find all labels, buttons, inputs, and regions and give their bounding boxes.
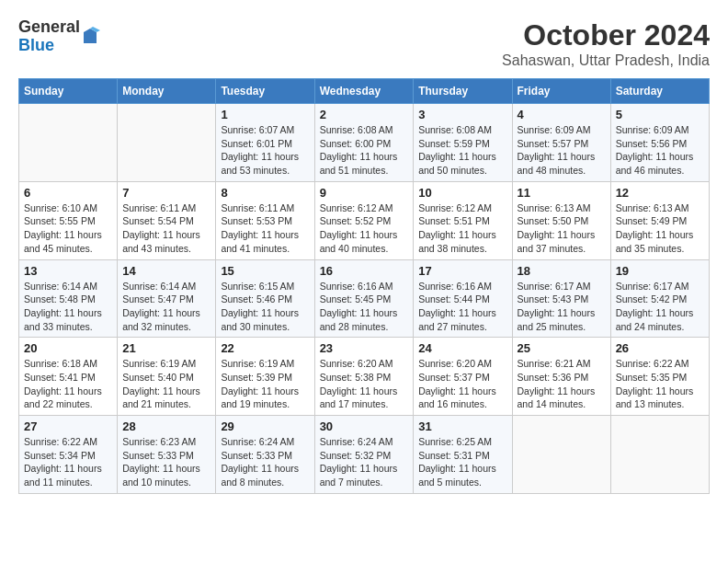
day-info: Sunrise: 6:10 AM Sunset: 5:55 PM Dayligh… xyxy=(24,201,112,256)
day-number: 21 xyxy=(122,341,210,355)
day-info: Sunrise: 6:18 AM Sunset: 5:41 PM Dayligh… xyxy=(24,357,112,411)
day-info: Sunrise: 6:17 AM Sunset: 5:43 PM Dayligh… xyxy=(518,280,606,334)
day-info: Sunrise: 6:08 AM Sunset: 6:00 PM Dayligh… xyxy=(320,123,409,178)
day-number: 3 xyxy=(418,108,506,121)
day-number: 23 xyxy=(320,341,409,355)
header-cell-wednesday: Wednesday xyxy=(314,79,414,104)
day-cell: 20Sunrise: 6:18 AM Sunset: 5:41 PM Dayli… xyxy=(19,338,118,416)
day-number: 19 xyxy=(616,264,704,278)
calendar-body: 1Sunrise: 6:07 AM Sunset: 6:01 PM Daylig… xyxy=(19,104,710,494)
day-cell: 26Sunrise: 6:22 AM Sunset: 5:35 PM Dayli… xyxy=(610,338,709,416)
page-title: October 2024 xyxy=(502,18,710,52)
day-cell xyxy=(610,416,709,494)
header-row: SundayMondayTuesdayWednesdayThursdayFrid… xyxy=(19,79,710,104)
day-cell: 31Sunrise: 6:25 AM Sunset: 5:31 PM Dayli… xyxy=(414,416,512,494)
day-cell: 22Sunrise: 6:19 AM Sunset: 5:39 PM Dayli… xyxy=(216,338,314,416)
header-cell-friday: Friday xyxy=(512,79,610,104)
week-row-3: 13Sunrise: 6:14 AM Sunset: 5:48 PM Dayli… xyxy=(19,259,710,338)
day-cell: 16Sunrise: 6:16 AM Sunset: 5:45 PM Dayli… xyxy=(314,259,414,338)
day-number: 27 xyxy=(24,419,112,433)
day-cell: 30Sunrise: 6:24 AM Sunset: 5:32 PM Dayli… xyxy=(314,416,414,494)
day-cell: 8Sunrise: 6:11 AM Sunset: 5:53 PM Daylig… xyxy=(216,181,314,259)
week-row-5: 27Sunrise: 6:22 AM Sunset: 5:34 PM Dayli… xyxy=(19,416,710,494)
page-subtitle: Sahaswan, Uttar Pradesh, India xyxy=(502,52,710,69)
day-cell: 24Sunrise: 6:20 AM Sunset: 5:37 PM Dayli… xyxy=(414,338,512,416)
day-cell xyxy=(19,104,118,182)
day-cell: 17Sunrise: 6:16 AM Sunset: 5:44 PM Dayli… xyxy=(414,259,512,338)
day-cell: 14Sunrise: 6:14 AM Sunset: 5:47 PM Dayli… xyxy=(118,259,216,338)
day-info: Sunrise: 6:15 AM Sunset: 5:46 PM Dayligh… xyxy=(221,280,309,334)
day-info: Sunrise: 6:13 AM Sunset: 5:50 PM Dayligh… xyxy=(518,201,606,256)
header-cell-tuesday: Tuesday xyxy=(216,79,314,104)
day-info: Sunrise: 6:09 AM Sunset: 5:56 PM Dayligh… xyxy=(616,123,704,178)
day-cell: 13Sunrise: 6:14 AM Sunset: 5:48 PM Dayli… xyxy=(19,259,118,338)
day-number: 22 xyxy=(221,341,309,355)
day-number: 13 xyxy=(24,264,112,278)
day-info: Sunrise: 6:20 AM Sunset: 5:37 PM Dayligh… xyxy=(418,357,506,411)
day-number: 24 xyxy=(418,341,506,355)
day-info: Sunrise: 6:14 AM Sunset: 5:47 PM Dayligh… xyxy=(122,280,210,334)
day-cell: 11Sunrise: 6:13 AM Sunset: 5:50 PM Dayli… xyxy=(512,181,610,259)
header-cell-sunday: Sunday xyxy=(19,79,118,104)
day-number: 9 xyxy=(320,186,409,200)
day-cell: 7Sunrise: 6:11 AM Sunset: 5:54 PM Daylig… xyxy=(118,181,216,259)
day-cell: 12Sunrise: 6:13 AM Sunset: 5:49 PM Dayli… xyxy=(610,181,709,259)
week-row-2: 6Sunrise: 6:10 AM Sunset: 5:55 PM Daylig… xyxy=(19,181,710,259)
day-number: 25 xyxy=(518,341,606,355)
day-cell xyxy=(118,104,216,182)
day-cell: 25Sunrise: 6:21 AM Sunset: 5:36 PM Dayli… xyxy=(512,338,610,416)
day-info: Sunrise: 6:22 AM Sunset: 5:35 PM Dayligh… xyxy=(616,357,704,411)
day-cell: 15Sunrise: 6:15 AM Sunset: 5:46 PM Dayli… xyxy=(216,259,314,338)
day-cell: 4Sunrise: 6:09 AM Sunset: 5:57 PM Daylig… xyxy=(512,104,610,182)
day-number: 12 xyxy=(616,186,704,200)
day-info: Sunrise: 6:14 AM Sunset: 5:48 PM Dayligh… xyxy=(24,280,112,334)
day-number: 26 xyxy=(616,341,704,355)
day-number: 8 xyxy=(221,186,309,200)
day-cell: 6Sunrise: 6:10 AM Sunset: 5:55 PM Daylig… xyxy=(19,181,118,259)
week-row-4: 20Sunrise: 6:18 AM Sunset: 5:41 PM Dayli… xyxy=(19,338,710,416)
day-info: Sunrise: 6:21 AM Sunset: 5:36 PM Dayligh… xyxy=(518,357,606,411)
title-block: October 2024 Sahaswan, Uttar Pradesh, In… xyxy=(502,18,710,69)
day-info: Sunrise: 6:07 AM Sunset: 6:01 PM Dayligh… xyxy=(221,123,309,178)
day-info: Sunrise: 6:16 AM Sunset: 5:45 PM Dayligh… xyxy=(320,280,409,334)
logo-icon xyxy=(80,27,100,47)
logo-text: General Blue xyxy=(18,18,80,55)
day-info: Sunrise: 6:25 AM Sunset: 5:31 PM Dayligh… xyxy=(418,435,506,489)
logo-general: General xyxy=(18,18,80,37)
day-cell: 1Sunrise: 6:07 AM Sunset: 6:01 PM Daylig… xyxy=(216,104,314,182)
day-number: 4 xyxy=(518,108,606,121)
logo-blue: Blue xyxy=(18,37,80,55)
day-cell: 2Sunrise: 6:08 AM Sunset: 6:00 PM Daylig… xyxy=(314,104,414,182)
day-cell: 5Sunrise: 6:09 AM Sunset: 5:56 PM Daylig… xyxy=(610,104,709,182)
day-cell xyxy=(512,416,610,494)
day-number: 5 xyxy=(616,108,704,121)
day-cell: 19Sunrise: 6:17 AM Sunset: 5:42 PM Dayli… xyxy=(610,259,709,338)
day-info: Sunrise: 6:24 AM Sunset: 5:32 PM Dayligh… xyxy=(320,435,409,489)
day-info: Sunrise: 6:08 AM Sunset: 5:59 PM Dayligh… xyxy=(418,123,506,178)
day-cell: 21Sunrise: 6:19 AM Sunset: 5:40 PM Dayli… xyxy=(118,338,216,416)
header-cell-monday: Monday xyxy=(118,79,216,104)
header-cell-saturday: Saturday xyxy=(610,79,709,104)
day-info: Sunrise: 6:23 AM Sunset: 5:33 PM Dayligh… xyxy=(122,435,210,489)
day-info: Sunrise: 6:20 AM Sunset: 5:38 PM Dayligh… xyxy=(320,357,409,411)
day-number: 11 xyxy=(518,186,606,200)
day-cell: 23Sunrise: 6:20 AM Sunset: 5:38 PM Dayli… xyxy=(314,338,414,416)
day-cell: 28Sunrise: 6:23 AM Sunset: 5:33 PM Dayli… xyxy=(118,416,216,494)
calendar-header: SundayMondayTuesdayWednesdayThursdayFrid… xyxy=(19,79,710,104)
day-number: 6 xyxy=(24,186,112,200)
day-info: Sunrise: 6:19 AM Sunset: 5:39 PM Dayligh… xyxy=(221,357,309,411)
day-number: 18 xyxy=(518,264,606,278)
day-info: Sunrise: 6:17 AM Sunset: 5:42 PM Dayligh… xyxy=(616,280,704,334)
day-number: 14 xyxy=(122,264,210,278)
day-number: 28 xyxy=(122,419,210,433)
day-cell: 9Sunrise: 6:12 AM Sunset: 5:52 PM Daylig… xyxy=(314,181,414,259)
day-cell: 3Sunrise: 6:08 AM Sunset: 5:59 PM Daylig… xyxy=(414,104,512,182)
day-number: 16 xyxy=(320,264,409,278)
day-number: 29 xyxy=(221,419,309,433)
day-number: 31 xyxy=(418,419,506,433)
page-header: General Blue October 2024 Sahaswan, Utta… xyxy=(18,18,710,69)
logo: General Blue xyxy=(18,18,100,55)
day-info: Sunrise: 6:19 AM Sunset: 5:40 PM Dayligh… xyxy=(122,357,210,411)
day-info: Sunrise: 6:12 AM Sunset: 5:52 PM Dayligh… xyxy=(320,201,409,256)
day-info: Sunrise: 6:22 AM Sunset: 5:34 PM Dayligh… xyxy=(24,435,112,489)
